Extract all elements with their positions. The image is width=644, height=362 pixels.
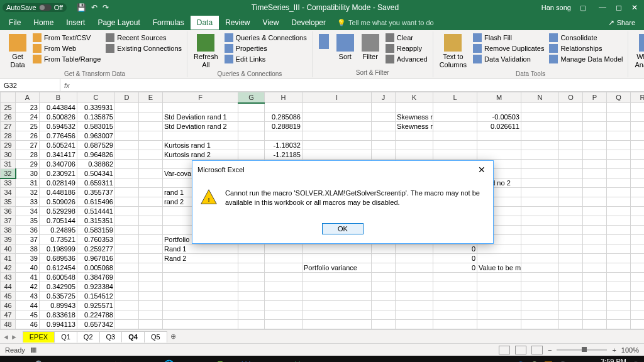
cell-Q38[interactable] [607,226,631,235]
cell-R30[interactable] [631,150,645,160]
autosave-toggle[interactable]: AutoSave Off [3,3,67,12]
cell-J28[interactable] [372,131,396,141]
ribbon-cmd-consolidate[interactable]: Consolidate [548,33,624,43]
cell-B35[interactable]: 0.509026 [40,197,77,207]
cell-F25[interactable] [163,103,238,112]
cell-D37[interactable] [115,216,139,226]
cell-D46[interactable] [115,301,139,310]
cell-B26[interactable]: 0.500826 [40,112,77,122]
ribbon-cmd-properties[interactable]: Properties [223,43,308,53]
cell-C40[interactable]: 0.259277 [77,244,115,254]
cell-E25[interactable] [139,103,163,112]
cell-A44[interactable]: 42 [16,282,40,292]
cell-D38[interactable] [115,226,139,235]
cell-B33[interactable]: 0.028149 [40,178,77,188]
cell-C49[interactable]: 0.542505 [77,329,115,330]
save-icon[interactable]: 💾 [77,3,86,12]
cell-E42[interactable] [139,263,163,273]
cell-O49[interactable] [559,329,583,330]
ribbon-tab-home[interactable]: Home [27,16,60,30]
cell-B45[interactable]: 0.535725 [40,292,77,301]
cell-K27[interactable]: Skewness rand 2 [396,122,433,131]
cell-G41[interactable] [238,254,265,263]
cell-M26[interactable]: -0.00503 [477,112,521,122]
sheet-tab-Q5[interactable]: Q5 [144,331,167,343]
cell-D42[interactable] [115,263,139,273]
cell-F44[interactable] [163,282,238,292]
cell-B36[interactable]: 0.529298 [40,207,77,216]
text-to-columns-button[interactable]: Text to Columns [437,33,469,70]
cell-O27[interactable] [559,122,583,131]
cell-D47[interactable] [115,310,139,320]
cell-C36[interactable]: 0.514441 [77,207,115,216]
ribbon-cmd-existing-connections[interactable]: Existing Connections [104,43,183,53]
cell-B43[interactable]: 0.600548 [40,273,77,282]
cell-E30[interactable] [139,150,163,160]
cell-E39[interactable] [139,235,163,244]
cell-M44[interactable] [477,282,521,292]
cell-Q49[interactable] [607,329,631,330]
cell-K25[interactable] [396,103,433,112]
cell-E35[interactable] [139,197,163,207]
cell-R29[interactable] [631,141,645,150]
cell-O46[interactable] [559,301,583,310]
col-header-A[interactable]: A [16,92,40,103]
cell-D32[interactable] [115,169,139,178]
col-header-R[interactable]: R [631,92,645,103]
cell-K28[interactable] [396,131,433,141]
col-header-B[interactable]: B [40,92,77,103]
cell-P46[interactable] [583,301,607,310]
row-header-41[interactable]: 41 [1,254,16,263]
cell-L27[interactable] [433,122,477,131]
cell-R46[interactable] [631,301,645,310]
cell-A39[interactable]: 37 [16,235,40,244]
cell-P33[interactable] [583,178,607,188]
cell-D43[interactable] [115,273,139,282]
cell-P38[interactable] [583,226,607,235]
cell-E31[interactable] [139,160,163,169]
cell-P39[interactable] [583,235,607,244]
cell-J40[interactable] [372,244,396,254]
zoom-in-button[interactable]: + [612,346,616,354]
cell-C25[interactable]: 0.339931 [77,103,115,112]
cell-O25[interactable] [559,103,583,112]
cell-C43[interactable]: 0.384769 [77,273,115,282]
cell-P47[interactable] [583,310,607,320]
cell-M25[interactable] [477,103,521,112]
cell-O48[interactable] [559,320,583,329]
chrome-icon[interactable]: 🌐 [156,356,181,362]
cell-O31[interactable] [559,160,583,169]
cell-G46[interactable] [238,301,265,310]
cell-P35[interactable] [583,197,607,207]
cell-N44[interactable] [521,282,559,292]
row-header-34[interactable]: 34 [1,188,16,197]
cell-Q35[interactable] [607,197,631,207]
cell-Q31[interactable] [607,160,631,169]
cell-Q27[interactable] [607,122,631,131]
cell-B47[interactable]: 0.833618 [40,310,77,320]
ribbon-cmd-from-text-csv[interactable]: From Text/CSV [31,33,102,43]
cell-N27[interactable] [521,122,559,131]
cell-O42[interactable] [559,263,583,273]
cell-P30[interactable] [583,150,607,160]
macro-record-icon[interactable]: ▦ [30,346,36,354]
cell-D34[interactable] [115,188,139,197]
col-header-N[interactable]: N [521,92,559,103]
cell-F28[interactable] [163,131,238,141]
cell-Q36[interactable] [607,207,631,216]
cell-B31[interactable]: 0.340706 [40,160,77,169]
cell-B46[interactable]: 0.89943 [40,301,77,310]
cell-P25[interactable] [583,103,607,112]
cell-C30[interactable]: 0.964826 [77,150,115,160]
tray-clock[interactable]: 3:59 PM11/18/2017 [592,358,626,362]
cell-E38[interactable] [139,226,163,235]
cell-N26[interactable] [521,112,559,122]
col-header-P[interactable]: P [583,92,607,103]
name-box[interactable]: G32 [0,79,60,91]
cell-H46[interactable] [265,301,303,310]
row-header-33[interactable]: 33 [1,178,16,188]
cell-G28[interactable] [238,131,265,141]
cell-F48[interactable] [163,320,238,329]
cell-F41[interactable]: Rand 2 [163,254,238,263]
cell-F26[interactable]: Std Deviation rand 1 [163,112,238,122]
